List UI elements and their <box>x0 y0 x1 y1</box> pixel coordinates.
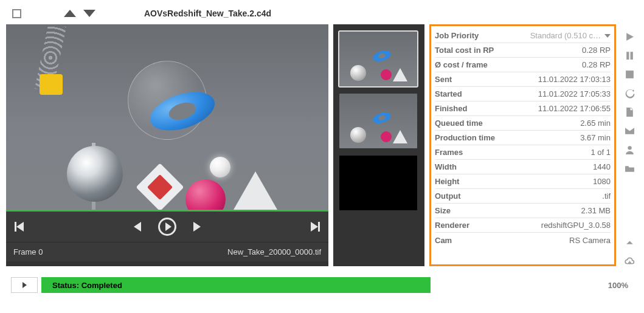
header: AOVsRedshift_New_Take.2.c4d <box>0 0 644 24</box>
detail-label: Started <box>435 89 462 98</box>
skip-start-button[interactable] <box>15 222 24 232</box>
detail-row: Queued time2.65 min <box>435 116 611 131</box>
svg-rect-0 <box>626 71 634 78</box>
status-text: Status: Completed <box>52 281 122 290</box>
detail-label: Job Priority <box>435 31 479 40</box>
detail-label: Finished <box>435 104 467 113</box>
action-sidebar <box>621 24 638 266</box>
job-details-panel: Job Priority Standard (0.510 c… Total co… <box>429 24 616 266</box>
pause-icon[interactable] <box>625 50 635 61</box>
thumbnail-1[interactable] <box>339 32 417 86</box>
detail-row: RendererredshiftGPU_3.0.58 <box>435 218 611 233</box>
detail-row: Started11.01.2022 17:05:33 <box>435 87 611 101</box>
detail-value: 0.28 RP <box>582 46 611 55</box>
detail-row: Finished11.01.2022 17:06:55 <box>435 101 611 116</box>
select-checkbox[interactable] <box>12 9 21 18</box>
status-percent: 100% <box>603 281 633 290</box>
detail-row: Production time3.67 min <box>435 131 611 145</box>
detail-value: 2.65 min <box>580 119 611 128</box>
detail-value: .tif <box>602 191 611 201</box>
detail-label: Width <box>435 162 457 171</box>
detail-value: 1080 <box>593 177 611 186</box>
thumbnail-2[interactable] <box>339 94 417 148</box>
detail-label: Height <box>435 177 459 186</box>
render-preview <box>6 24 328 212</box>
cloud-download-icon[interactable] <box>625 256 635 266</box>
chevron-up-icon[interactable] <box>625 237 635 247</box>
detail-row: Output.tif <box>435 189 611 204</box>
detail-row-priority: Job Priority Standard (0.510 c… <box>435 29 611 43</box>
detail-row: Width1440 <box>435 160 611 174</box>
detail-row: Sent11.01.2022 17:03:13 <box>435 72 611 87</box>
detail-value: redshiftGPU_3.0.58 <box>541 221 611 230</box>
playback-controls <box>6 212 328 242</box>
chevron-right-icon <box>23 282 27 288</box>
detail-label: Sent <box>435 75 452 84</box>
play-icon[interactable] <box>625 32 635 42</box>
user-icon[interactable] <box>625 145 635 155</box>
refresh-icon[interactable] <box>625 88 635 98</box>
detail-value: 0.28 RP <box>582 60 611 69</box>
detail-value: 11.01.2022 17:03:13 <box>538 75 611 84</box>
detail-label: Queued time <box>435 119 483 128</box>
folder-open-icon[interactable] <box>625 163 635 174</box>
detail-row: Frames1 of 1 <box>435 145 611 160</box>
detail-label: Cam <box>435 236 452 245</box>
detail-row: Ø cost / frame0.28 RP <box>435 58 611 72</box>
thumbnail-3[interactable] <box>339 156 417 210</box>
document-icon[interactable] <box>625 107 635 117</box>
detail-row: Height1080 <box>435 174 611 189</box>
chevron-down-icon <box>604 34 611 38</box>
expand-button[interactable] <box>11 277 38 293</box>
file-title: AOVsRedshift_New_Take.2.c4d <box>144 9 271 18</box>
detail-label: Size <box>435 206 451 215</box>
skip-end-button[interactable] <box>311 222 320 232</box>
detail-label: Total cost in RP <box>435 46 494 55</box>
move-up-button[interactable] <box>64 10 76 17</box>
detail-value: RS Camera <box>569 236 611 245</box>
detail-value: 11.01.2022 17:05:33 <box>538 89 611 98</box>
next-frame-button[interactable] <box>193 222 201 232</box>
play-button[interactable] <box>158 218 176 236</box>
detail-label: Frames <box>435 148 463 157</box>
status-row: Status: Completed 100% <box>11 277 633 293</box>
thumbnail-strip <box>333 24 424 266</box>
move-down-button[interactable] <box>83 10 95 17</box>
detail-row: Size2.31 MB <box>435 204 611 218</box>
mail-icon[interactable] <box>625 126 635 136</box>
detail-row: CamRS Camera <box>435 233 611 247</box>
detail-value: 1 of 1 <box>590 148 611 157</box>
detail-value: 2.31 MB <box>581 206 611 215</box>
frame-filename: New_Take_20000_0000.tif <box>227 247 321 256</box>
detail-label: Output <box>435 191 461 201</box>
svg-point-1 <box>628 146 631 150</box>
detail-label: Renderer <box>435 221 469 230</box>
preview-viewer: Frame 0 New_Take_20000_0000.tif <box>6 24 328 266</box>
frame-info-bar: Frame 0 New_Take_20000_0000.tif <box>6 242 328 261</box>
detail-value: 1440 <box>593 162 611 171</box>
detail-label: Ø cost / frame <box>435 60 488 69</box>
detail-value: 11.01.2022 17:06:55 <box>538 104 611 113</box>
detail-row: Total cost in RP0.28 RP <box>435 43 611 58</box>
frame-label: Frame 0 <box>13 247 43 256</box>
prev-frame-button[interactable] <box>134 222 141 232</box>
stop-icon[interactable] <box>625 69 635 80</box>
detail-value: 3.67 min <box>580 133 611 142</box>
detail-label: Production time <box>435 133 495 142</box>
priority-dropdown[interactable]: Standard (0.510 c… <box>530 31 611 40</box>
status-bar: Status: Completed <box>41 277 431 293</box>
